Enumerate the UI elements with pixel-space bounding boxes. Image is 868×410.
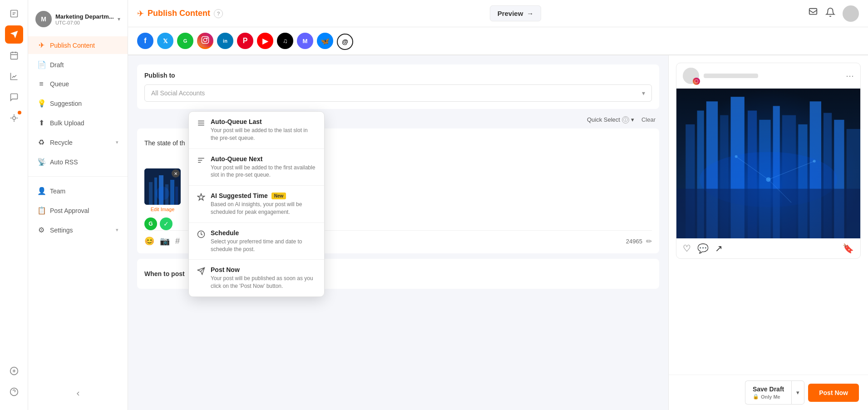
auto-queue-next-title: Auto-Queue Next [211, 155, 316, 163]
auto-queue-next-icon [197, 156, 205, 166]
quick-select-label: Quick Select ⓘ ▾ [587, 116, 634, 123]
listen-icon-btn[interactable] [5, 109, 23, 127]
svg-point-7 [203, 38, 207, 42]
dropdown-item-schedule[interactable]: Schedule Select your preferred time and … [189, 222, 324, 260]
dropdown-item-post-now[interactable]: Post Now Your post will be published as … [189, 259, 324, 296]
camera-toolbar-btn[interactable]: 📷 [160, 236, 170, 246]
sidebar-item-team[interactable]: 👤 Team [28, 182, 128, 200]
auto-rss-nav-icon: 📡 [37, 158, 45, 166]
char-count-area: 24965 ✏ [626, 237, 652, 246]
social-icon-instagram[interactable] [197, 33, 213, 49]
quick-select-info-icon[interactable]: ⓘ [622, 116, 629, 123]
sidebar-item-suggestion-label: Suggestion [50, 100, 82, 107]
publish-nav-icon: ✈ [37, 41, 45, 49]
account-select[interactable]: All Social Accounts ▾ [144, 84, 652, 102]
dropdown-item-ai-suggested[interactable]: AI Suggested Time New Based on AI insigh… [189, 185, 324, 222]
sidebar-item-queue[interactable]: ≡ Queue [28, 75, 128, 93]
emoji-toolbar-btn[interactable]: 😊 [144, 236, 154, 246]
ig-like-btn[interactable]: ♡ [683, 243, 691, 254]
publish-to-label: Publish to [144, 72, 652, 79]
auto-queue-last-desc: Your post will be added to the last slot… [211, 127, 316, 142]
sidebar-item-post-approval[interactable]: 📋 Post Approval [28, 202, 128, 219]
sidebar-item-suggestion[interactable]: 💡 Suggestion [28, 94, 128, 112]
svg-rect-15 [175, 187, 178, 205]
auto-queue-last-icon [197, 119, 205, 129]
new-badge: New [271, 193, 286, 199]
sidebar-collapse-btn[interactable] [28, 385, 128, 403]
social-icon-linkedin[interactable]: in [217, 33, 233, 49]
editor-badge-whatsapp: ✓ [160, 217, 173, 230]
settings-expand-icon: ▾ [116, 227, 118, 233]
notifications-icon[interactable] [825, 7, 835, 20]
image-remove-btn[interactable]: ✕ [172, 169, 180, 178]
char-count-value: 24965 [626, 238, 642, 245]
social-icon-bluesky[interactable]: 🦋 [317, 33, 333, 49]
social-icon-twitter[interactable]: 𝕏 [157, 33, 173, 49]
sidebar-item-publish[interactable]: ✈ Publish Content [28, 36, 128, 54]
svg-point-4 [10, 388, 18, 396]
sidebar-item-recycle-label: Recycle [50, 139, 73, 146]
analytics-icon-btn[interactable] [5, 67, 23, 85]
dropdown-item-auto-queue-next[interactable]: Auto-Queue Next Your post will be added … [189, 148, 324, 186]
page-help-icon[interactable]: ? [214, 9, 223, 18]
org-header[interactable]: M Marketing Departm... UTC-07:00 ▾ [28, 7, 128, 35]
post-now-dropdown-title: Post Now [211, 266, 316, 273]
recycle-nav-icon: ♻ [37, 138, 45, 147]
social-icon-facebook[interactable]: f [137, 33, 153, 49]
help-icon-btn[interactable] [5, 383, 23, 401]
ig-comment-btn[interactable]: 💬 [697, 243, 709, 254]
messages-icon[interactable] [808, 7, 818, 20]
sidebar-divider [28, 176, 128, 177]
social-icon-mastodon[interactable]: M [297, 33, 313, 49]
social-icon-youtube[interactable]: ▶ [257, 33, 273, 49]
sidebar-item-recycle[interactable]: ♻ Recycle ▾ [28, 133, 128, 151]
save-draft-dropdown-btn[interactable]: ▾ [791, 380, 804, 405]
compose-icon-btn[interactable] [5, 5, 23, 23]
clear-button[interactable]: Clear [638, 114, 659, 125]
svg-point-8 [207, 38, 207, 39]
engage-icon-btn[interactable] [5, 88, 23, 106]
ai-suggested-icon [197, 193, 205, 203]
post-now-button[interactable]: Post Now [808, 384, 859, 402]
sidebar-item-draft[interactable]: 📄 Draft [28, 56, 128, 74]
team-nav-icon: 👤 [37, 187, 45, 195]
sidebar-item-bulk-upload[interactable]: ⬆ Bulk Upload [28, 114, 128, 132]
sidebar-item-settings[interactable]: ⚙ Settings ▾ [28, 221, 128, 239]
edit-post-icon[interactable]: ✏ [646, 237, 652, 246]
calendar-icon-btn[interactable] [5, 46, 23, 64]
ig-bookmark-btn[interactable]: 🔖 [843, 243, 854, 254]
page-title: Publish Content [148, 9, 210, 18]
save-draft-label: Save Draft [753, 385, 784, 393]
social-icon-threads[interactable]: @ [337, 34, 353, 50]
social-icon-tiktok[interactable]: ♫ [277, 33, 293, 49]
publish-to-section: Publish to All Social Accounts ▾ [137, 64, 659, 109]
auto-queue-next-desc: Your post will be added to the first ava… [211, 164, 316, 179]
publish-icon-btn[interactable] [5, 25, 23, 44]
when-to-post-label: When to post [144, 270, 185, 277]
org-name: Marketing Departm... [55, 13, 114, 20]
social-icon-grammarly[interactable]: G [177, 33, 193, 49]
icon-bar [0, 0, 28, 410]
ig-post-image [676, 89, 860, 238]
schedule-icon [197, 230, 205, 240]
sidebar-item-auto-rss[interactable]: 📡 Auto RSS [28, 153, 128, 171]
social-icon-instagram-wrapper [197, 33, 213, 49]
preview-button[interactable]: Preview → [490, 5, 542, 21]
org-avatar: M [35, 11, 52, 27]
preview-content-area: ⋯ [669, 55, 868, 375]
social-icons-bar: f 𝕏 G in P ▶ ♫ M 🦋 @ [128, 27, 868, 55]
add-icon-btn[interactable] [5, 362, 23, 380]
user-avatar[interactable] [843, 5, 859, 22]
quick-select-expand-icon[interactable]: ▾ [631, 116, 634, 123]
dropdown-item-auto-queue-last[interactable]: Auto-Queue Last Your post will be added … [189, 112, 324, 148]
image-thumb[interactable]: ✕ [144, 168, 181, 205]
ig-share-btn[interactable]: ↗ [715, 243, 723, 254]
social-icon-pinterest[interactable]: P [237, 33, 253, 49]
schedule-desc: Select your preferred time and date to s… [211, 238, 316, 253]
save-draft-button[interactable]: Save Draft 🔒 Only Me [745, 380, 791, 405]
hashtag-toolbar-btn[interactable]: # [175, 237, 180, 246]
ig-post-header: ⋯ [676, 63, 860, 89]
ig-more-options-icon[interactable]: ⋯ [846, 71, 854, 81]
edit-image-label[interactable]: Edit Image [144, 205, 181, 212]
sidebar: M Marketing Departm... UTC-07:00 ▾ ✈ Pub… [28, 0, 128, 410]
